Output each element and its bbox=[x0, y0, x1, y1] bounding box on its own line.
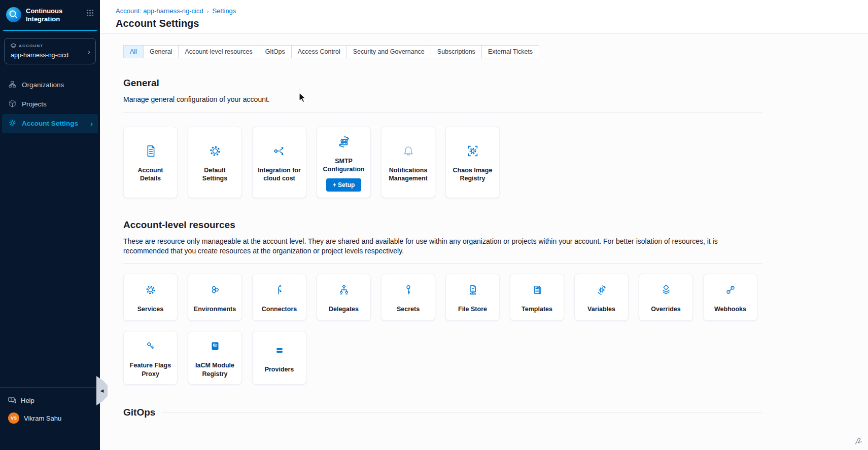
smtp-server-icon bbox=[336, 133, 352, 151]
org-tree-card[interactable]: Delegates bbox=[317, 274, 371, 321]
smtp-server-card[interactable]: SMTP Configuration+ Setup bbox=[317, 127, 371, 199]
hexagons-card[interactable]: Environments bbox=[188, 274, 242, 321]
projects-icon bbox=[8, 99, 17, 109]
breadcrumb-settings-link[interactable]: Settings bbox=[212, 7, 236, 15]
sidebar-item-projects[interactable]: Projects bbox=[2, 95, 98, 114]
services-gear-card[interactable]: Services bbox=[123, 274, 178, 321]
file-store-card[interactable]: File Store bbox=[445, 274, 500, 321]
sidebar-item-label: Account Settings bbox=[22, 120, 78, 127]
key-card[interactable]: Secrets bbox=[381, 274, 435, 321]
breadcrumb-account-link[interactable]: Account: app-harness-ng-cicd bbox=[116, 7, 203, 15]
section-divider bbox=[123, 112, 762, 113]
account-label: ACCOUNT bbox=[11, 43, 90, 49]
card-label: Chaos Image Registry bbox=[449, 166, 496, 183]
module-grid-icon[interactable] bbox=[86, 9, 94, 19]
document-card[interactable]: Account Details bbox=[123, 127, 178, 199]
feedback-widget-icon[interactable] bbox=[854, 436, 864, 446]
user-name: Vikram Sahu bbox=[24, 415, 61, 422]
sidebar-item-label: Projects bbox=[22, 100, 47, 108]
section-divider bbox=[123, 263, 762, 264]
branch-arrows-icon bbox=[273, 281, 286, 298]
sidebar-item-organizations[interactable]: Organizations bbox=[2, 76, 98, 95]
providers-bars-icon bbox=[273, 342, 286, 359]
sidebar-nav: OrganizationsProjectsAccount Settings› bbox=[0, 76, 100, 133]
avatar: VS bbox=[8, 413, 19, 424]
help-button[interactable]: ? Help bbox=[0, 394, 100, 407]
template-doc-card[interactable]: Templates bbox=[510, 274, 564, 321]
feature-key-card[interactable]: Feature Flags Proxy bbox=[123, 331, 178, 385]
share-branch-card[interactable]: Integration for cloud cost bbox=[252, 127, 306, 199]
card-label: Providers bbox=[263, 365, 296, 373]
card-label: Notifications Management bbox=[385, 166, 432, 183]
module-registry-card[interactable]: IaCM Module Registry bbox=[188, 331, 242, 385]
tab-general[interactable]: General bbox=[143, 45, 179, 58]
gear-card[interactable]: Default Settings bbox=[188, 127, 242, 199]
key-icon bbox=[402, 281, 415, 298]
tab-security-and-governance[interactable]: Security and Governance bbox=[346, 45, 431, 58]
tab-account-level-resources[interactable]: Account-level resources bbox=[178, 45, 259, 58]
card-label: Environments bbox=[192, 305, 238, 313]
sidebar-item-label: Organizations bbox=[22, 81, 64, 89]
section-divider bbox=[162, 412, 762, 413]
user-menu[interactable]: VS Vikram Sahu bbox=[0, 407, 100, 424]
card-label: Webhooks bbox=[712, 305, 748, 313]
help-label: Help bbox=[21, 397, 34, 404]
org-tree-icon bbox=[337, 281, 351, 298]
gear-icon bbox=[207, 142, 223, 160]
chevron-left-icon: ◀ bbox=[100, 388, 104, 393]
organizations-icon bbox=[8, 80, 17, 90]
gear-icon bbox=[8, 119, 17, 129]
sidebar-item-account-settings[interactable]: Account Settings› bbox=[2, 114, 98, 133]
module-registry-icon bbox=[209, 338, 222, 355]
card-label: Delegates bbox=[327, 305, 361, 313]
webhook-link-icon bbox=[724, 281, 737, 298]
providers-bars-card[interactable]: Providers bbox=[252, 331, 306, 385]
harness-ci-logo bbox=[6, 7, 21, 22]
general-section-title: General bbox=[123, 78, 775, 89]
chaos-registry-icon bbox=[465, 142, 480, 160]
share-branch-icon bbox=[272, 142, 287, 160]
template-doc-icon bbox=[531, 281, 544, 298]
general-card-grid: Account DetailsDefault SettingsIntegrati… bbox=[123, 127, 768, 199]
card-label: SMTP Configuration bbox=[320, 157, 367, 174]
tab-external-tickets[interactable]: External Tickets bbox=[481, 45, 539, 58]
tab-all[interactable]: All bbox=[123, 45, 144, 58]
help-chat-icon: ? bbox=[8, 397, 16, 404]
card-label: Variables bbox=[585, 305, 617, 313]
bell-icon bbox=[401, 142, 416, 160]
account-scope-icon bbox=[11, 43, 16, 49]
webhook-link-card[interactable]: Webhooks bbox=[703, 274, 757, 321]
services-gear-icon bbox=[144, 281, 157, 298]
card-label: File Store bbox=[456, 305, 489, 313]
svg-text:?: ? bbox=[10, 398, 12, 401]
variables-gear-icon bbox=[595, 281, 608, 298]
page-header: Account: app-harness-ng-cicd › Settings … bbox=[100, 0, 868, 33]
tab-gitops[interactable]: GitOps bbox=[259, 45, 292, 58]
card-label: Feature Flags Proxy bbox=[127, 361, 174, 378]
resources-section-description: These are resource only manageable at th… bbox=[123, 237, 762, 255]
tab-access-control[interactable]: Access Control bbox=[291, 45, 347, 58]
card-label: Account Details bbox=[127, 166, 174, 183]
sidebar-divider bbox=[0, 387, 100, 388]
feature-key-icon bbox=[144, 338, 157, 355]
chaos-registry-card[interactable]: Chaos Image Registry bbox=[445, 127, 500, 199]
document-icon bbox=[143, 142, 158, 160]
account-name: app-harness-ng-cicd bbox=[11, 52, 90, 59]
gitops-section-title: GitOps bbox=[123, 407, 155, 418]
card-label: Integration for cloud cost bbox=[256, 166, 303, 183]
account-selector[interactable]: ACCOUNT app-harness-ng-cicd › bbox=[4, 38, 96, 64]
card-label: Templates bbox=[519, 305, 554, 313]
variables-gear-card[interactable]: Variables bbox=[574, 274, 629, 321]
page-title: Account Settings bbox=[116, 18, 868, 29]
resource-card-grid: ServicesEnvironmentsConnectorsDelegatesS… bbox=[123, 274, 768, 385]
settings-tab-bar: AllGeneralAccount-level resourcesGitOpsA… bbox=[123, 45, 775, 58]
branch-arrows-card[interactable]: Connectors bbox=[252, 274, 306, 321]
card-label: IaCM Module Registry bbox=[191, 361, 238, 378]
card-label: Services bbox=[135, 305, 165, 313]
layers-card[interactable]: Overrides bbox=[639, 274, 693, 321]
file-store-icon bbox=[466, 281, 479, 298]
smtp-setup-button[interactable]: + Setup bbox=[326, 178, 362, 192]
general-section-description: Manage general configuration of your acc… bbox=[123, 95, 762, 104]
bell-card[interactable]: Notifications Management bbox=[381, 127, 435, 199]
tab-subscriptions[interactable]: Subscriptions bbox=[431, 45, 482, 58]
